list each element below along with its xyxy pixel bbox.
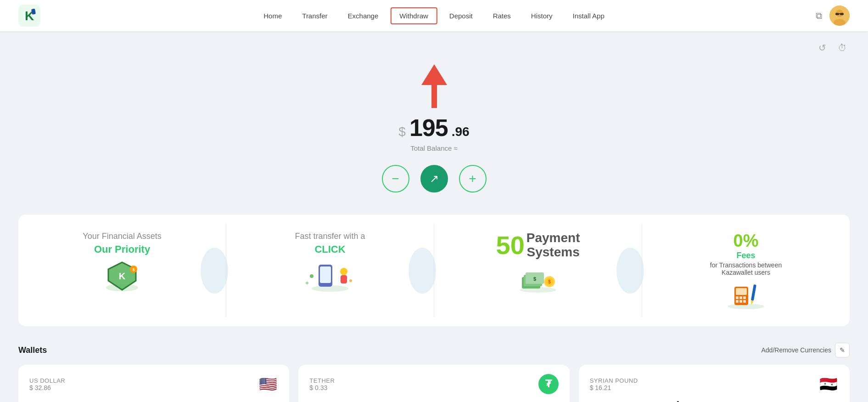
svg-rect-7 bbox=[840, 13, 844, 15]
wallets-actions: Add/Remove Currencies ✎ bbox=[761, 343, 850, 357]
svg-point-23 bbox=[306, 282, 308, 284]
wallet-syp-value: $ 16.21 bbox=[590, 384, 638, 391]
minus-icon: − bbox=[392, 172, 399, 185]
wallets-title: Wallets bbox=[18, 345, 47, 355]
withdraw-button[interactable]: − bbox=[382, 165, 409, 193]
wallet-card-usd-top: US DOLLAR $ 32.86 🇺🇸 bbox=[29, 374, 278, 394]
svg-rect-9 bbox=[431, 83, 437, 108]
refresh-icon[interactable]: ↺ bbox=[815, 40, 829, 55]
banner-section: Your Financial Assets Our Priority K $ bbox=[18, 215, 850, 326]
top-icons: ↺ ⏱ bbox=[18, 40, 850, 55]
logo[interactable]: K bbox=[18, 5, 40, 27]
wallet-usd-flag: 🇺🇸 bbox=[258, 374, 278, 394]
header-right: ⧉ bbox=[816, 6, 850, 26]
priority-illustration: K $ bbox=[99, 260, 145, 292]
svg-rect-19 bbox=[320, 266, 331, 283]
svg-rect-40 bbox=[739, 300, 742, 303]
svg-rect-36 bbox=[736, 296, 739, 299]
banner-priority: Your Financial Assets Our Priority K $ bbox=[18, 224, 226, 317]
svg-rect-42 bbox=[751, 284, 756, 301]
banner-fees-percent: 0% bbox=[710, 231, 782, 251]
wallet-tether-balance-main: 0.33 bbox=[317, 400, 342, 402]
svg-rect-39 bbox=[736, 300, 739, 303]
balance-decimal: .96 bbox=[452, 125, 470, 139]
clock-icon[interactable]: ⏱ bbox=[835, 40, 850, 55]
svg-marker-10 bbox=[421, 64, 447, 85]
svg-text:$: $ bbox=[548, 279, 551, 284]
plus-icon: + bbox=[469, 172, 476, 185]
svg-rect-6 bbox=[835, 13, 839, 15]
balance-label: Total Balance ≈ bbox=[410, 144, 457, 152]
copy-icon[interactable]: ⧉ bbox=[816, 11, 822, 21]
wallet-syp-flag: 🇸🇾 bbox=[818, 374, 839, 394]
add-remove-currencies-label: Add/Remove Currencies bbox=[761, 346, 831, 354]
edit-icon: ✎ bbox=[840, 346, 845, 354]
svg-rect-41 bbox=[743, 300, 746, 303]
edit-currencies-button[interactable]: ✎ bbox=[835, 343, 850, 357]
svg-point-20 bbox=[340, 268, 347, 275]
wallet-usd-value: $ 32.86 bbox=[29, 384, 65, 391]
wallet-card-syp-top: SYRIAN POUND $ 16.21 🇸🇾 bbox=[590, 374, 839, 394]
svg-rect-35 bbox=[736, 288, 747, 295]
banner-priority-title: Your Financial Assets bbox=[83, 231, 161, 242]
svg-text:$: $ bbox=[533, 276, 536, 282]
wallet-syp-name: SYRIAN POUND bbox=[590, 377, 638, 384]
wallet-cards: US DOLLAR $ 32.86 🇺🇸 $ 32.86 TETHER $ 0.… bbox=[18, 365, 850, 402]
nav-home[interactable]: Home bbox=[255, 8, 290, 23]
payment-systems-illustration: $ $ bbox=[513, 263, 563, 293]
wallet-syp-balance: ل.س 237,499.43 bbox=[590, 400, 839, 402]
banner-payment-systems: 50 PaymentSystems $ $ bbox=[434, 224, 642, 317]
wallet-card-syp: SYRIAN POUND $ 16.21 🇸🇾 ل.س 237,499.43 bbox=[579, 365, 850, 402]
nav-rates[interactable]: Rates bbox=[485, 8, 519, 23]
deposit-button[interactable]: + bbox=[459, 165, 487, 193]
wallet-card-usd: US DOLLAR $ 32.86 🇺🇸 $ 32.86 bbox=[18, 365, 289, 402]
banner-fees-subtitle: for Transactions between Kazawallet user… bbox=[710, 261, 782, 276]
arrow-up-right-icon: ↗ bbox=[430, 172, 439, 185]
nav-deposit[interactable]: Deposit bbox=[441, 8, 481, 23]
action-buttons: − ↗ + bbox=[382, 165, 487, 193]
wallet-tether-value: $ 0.33 bbox=[309, 384, 335, 391]
svg-point-24 bbox=[349, 279, 352, 282]
wallets-section: Wallets Add/Remove Currencies ✎ US DOLLA… bbox=[18, 343, 850, 402]
banner-fees-title: Fees bbox=[710, 251, 782, 260]
fast-transfer-illustration bbox=[305, 260, 355, 292]
wallet-usd-name: US DOLLAR bbox=[29, 377, 65, 384]
balance-main: 195 bbox=[409, 114, 448, 142]
wallet-syp-balance-main: ل.س 237,499.43 bbox=[590, 400, 680, 402]
nav-transfer[interactable]: Transfer bbox=[294, 8, 336, 23]
banner-fees: 0% Fees for Transactions between Kazawal… bbox=[642, 224, 850, 317]
wallet-usd-balance: $ 32.86 bbox=[29, 400, 278, 402]
transfer-button[interactable]: ↗ bbox=[420, 165, 448, 193]
banner-fast-title: Fast transfer with a bbox=[295, 231, 365, 242]
wallet-card-tether-top: TETHER $ 0.33 ₮ bbox=[309, 374, 558, 394]
banner-fast-transfer: Fast transfer with a CLICK bbox=[226, 224, 434, 317]
banner-fast-subtitle: CLICK bbox=[295, 243, 365, 255]
wallet-tether-flag: ₮ bbox=[538, 374, 559, 394]
svg-rect-21 bbox=[341, 275, 347, 283]
svg-rect-38 bbox=[743, 296, 746, 299]
wallet-tether-balance: ₮ 0.33 bbox=[309, 400, 558, 402]
wallet-card-tether: TETHER $ 0.33 ₮ ₮ 0.33 bbox=[298, 365, 569, 402]
nav-withdraw[interactable]: Withdraw bbox=[390, 7, 437, 24]
main-content: ↺ ⏱ $ 195.96 Total Balance ≈ − ↗ + bbox=[0, 31, 868, 402]
banner-payment-text: PaymentSystems bbox=[526, 231, 580, 260]
balance-amount: $ 195.96 bbox=[398, 114, 469, 142]
nav-install-app[interactable]: Install App bbox=[565, 8, 613, 23]
svg-point-22 bbox=[310, 274, 314, 278]
balance-section: $ 195.96 Total Balance ≈ − ↗ + bbox=[18, 64, 850, 193]
banner-priority-subtitle: Our Priority bbox=[83, 243, 161, 255]
avatar[interactable] bbox=[829, 6, 850, 26]
wallet-tether-name: TETHER bbox=[309, 377, 335, 384]
svg-text:$: $ bbox=[132, 267, 134, 272]
header: K Home Transfer Exchange Withdraw Deposi… bbox=[0, 0, 868, 31]
balance-currency-symbol: $ bbox=[398, 125, 406, 139]
nav-history[interactable]: History bbox=[523, 8, 561, 23]
svg-text:K: K bbox=[119, 271, 126, 281]
wallet-usd-balance-main: 32.86 bbox=[37, 400, 69, 402]
svg-rect-37 bbox=[739, 296, 742, 299]
main-nav: Home Transfer Exchange Withdraw Deposit … bbox=[255, 7, 612, 24]
fees-illustration bbox=[721, 280, 771, 310]
nav-exchange[interactable]: Exchange bbox=[340, 8, 387, 23]
red-arrow-annotation bbox=[420, 64, 448, 110]
wallets-header: Wallets Add/Remove Currencies ✎ bbox=[18, 343, 850, 357]
